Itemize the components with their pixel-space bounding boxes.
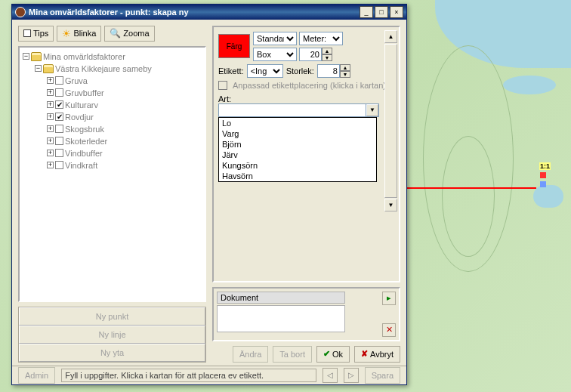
tree-item-label: Gruva [65,76,88,85]
edit-button[interactable]: Ändra [233,346,268,363]
left-panel: Tips ☀ Blinka 🔍 Zooma − Mina omvärldsfak… [18,26,206,363]
prev-button[interactable]: ◁ [323,368,338,383]
cancel-button[interactable]: ✘Avbryt [354,346,400,363]
new-area-button[interactable]: Ny yta [19,344,205,362]
collapse-icon[interactable]: − [35,65,42,72]
tree-item-label: Gruvbuffer [65,88,104,97]
spin-down-icon[interactable]: ▼ [340,71,350,78]
tree-item-label: Rovdjur [65,113,94,122]
scroll-down-icon[interactable]: ▼ [384,199,397,211]
layer-tree[interactable]: − Mina omvärldsfaktorer − Västra Kikkeja… [18,46,206,302]
map-marker-blue[interactable] [540,181,546,187]
art-option[interactable]: Kungsörn [219,160,376,171]
expand-icon[interactable]: + [47,77,54,84]
tree-item[interactable]: +Gruva [23,75,202,87]
collapse-icon[interactable]: − [23,53,29,60]
tree-item[interactable]: +Vindbuffer [23,147,202,159]
art-option[interactable]: Lo [219,118,376,128]
layer-checkbox[interactable]: ✔ [55,100,63,109]
tree-item-label: Vindkraft [65,161,97,170]
new-geometry-buttons: Ny punkt Ny linje Ny yta [18,307,206,363]
properties-box: ▲ ▼ Färg Standar Meter: Box [212,26,400,282]
expand-icon[interactable]: + [47,125,54,132]
spin-down-icon[interactable]: ▼ [322,54,332,61]
chevron-down-icon[interactable]: ▼ [366,104,378,116]
zooma-button[interactable]: 🔍 Zooma [104,26,154,42]
ok-button[interactable]: ✔Ok [316,346,350,363]
tips-toggle[interactable]: Tips [18,26,54,42]
expand-icon[interactable]: + [47,89,54,96]
size-spinner[interactable]: ▲▼ [299,48,332,61]
art-dropdown-list[interactable]: LoVargBjörnJärvKungsörnHavsörn [218,117,377,182]
scroll-thumb[interactable] [384,44,397,198]
size-input[interactable] [299,48,322,61]
tree-item[interactable]: +Skogsbruk [23,123,202,135]
tree-group-label: Västra Kikkejaure sameby [55,64,152,73]
art-option[interactable]: Järv [219,150,376,160]
tree-item-label: Skoterleder [65,137,107,146]
properties-scrollbar[interactable]: ▲ ▼ [384,30,397,211]
close-button[interactable]: × [390,6,403,18]
anpassad-checkbox[interactable] [218,81,227,90]
art-option[interactable]: Björn [219,139,376,150]
remove-document-button[interactable]: ✕ [382,323,396,337]
storlek-spinner[interactable]: ▲▼ [317,64,350,78]
zooma-label: Zooma [123,29,149,38]
tree-group[interactable]: − Västra Kikkejaure sameby [23,63,202,75]
layer-checkbox[interactable]: ✔ [55,113,63,121]
expand-icon[interactable]: + [47,150,54,156]
art-option[interactable]: Havsörn [219,171,376,181]
folder-icon [31,52,42,61]
tree-item[interactable]: +Vindkraft [23,159,202,171]
symbol-select[interactable]: Box [253,48,297,61]
new-line-button[interactable]: Ny linje [19,326,205,344]
document-list[interactable] [217,305,345,332]
save-button[interactable]: Spara [365,367,400,384]
map-contour [442,136,495,257]
etikett-select[interactable]: <Ing [247,64,283,78]
tree-item[interactable]: +Gruvbuffer [23,87,202,99]
next-button[interactable]: ▷ [344,368,359,383]
tree-item-label: Skogsbruk [65,125,104,134]
scroll-up-icon[interactable]: ▲ [384,30,397,43]
delete-button[interactable]: Ta bort [273,346,312,363]
spin-up-icon[interactable]: ▲ [340,64,350,71]
blinka-button[interactable]: ☀ Blinka [57,26,101,42]
standard-select[interactable]: Standar [253,32,297,45]
admin-button[interactable]: Admin [18,367,55,384]
layer-checkbox[interactable] [55,161,63,169]
expand-icon[interactable]: + [47,137,54,144]
tree-item[interactable]: +Skoterleder [23,135,202,147]
delete-icon: ✕ [386,325,393,335]
map-marker-red[interactable] [540,172,546,178]
layer-checkbox[interactable] [55,125,63,133]
art-combobox[interactable]: ▼ LoVargBjörnJärvKungsörnHavsörn [218,103,379,117]
storlek-input[interactable] [317,64,340,78]
sun-icon: ☀ [62,28,71,39]
art-input[interactable] [219,104,366,116]
expand-icon[interactable]: + [47,113,54,120]
tree-root-label: Mina omvärldsfaktorer [43,52,125,61]
minimize-button[interactable]: _ [360,6,373,18]
tree-item[interactable]: +✔Rovdjur [23,111,202,123]
spin-up-icon[interactable]: ▲ [322,48,332,54]
tree-root[interactable]: − Mina omvärldsfaktorer [23,51,202,63]
app-icon [15,7,26,17]
layer-checkbox[interactable] [55,76,63,85]
color-swatch[interactable]: Färg [218,34,250,58]
layer-checkbox[interactable] [55,149,63,157]
add-document-button[interactable]: ▸ [382,292,396,305]
map-marker-label: 1:1 [539,162,551,170]
unit-select[interactable]: Meter: [299,32,343,45]
expand-icon[interactable]: + [47,101,54,108]
layer-checkbox[interactable] [55,137,63,145]
art-option[interactable]: Varg [219,128,376,139]
titlebar[interactable]: Mina omvärldsfaktorer - punkt: skapa ny … [12,5,406,20]
maximize-button[interactable]: □ [375,6,388,18]
tree-item[interactable]: +✔Kulturarv [23,99,202,111]
etikett-label: Etikett: [218,66,244,76]
expand-icon[interactable]: + [47,162,54,168]
tips-label: Tips [33,29,48,38]
new-point-button[interactable]: Ny punkt [19,307,205,326]
layer-checkbox[interactable] [55,88,63,97]
